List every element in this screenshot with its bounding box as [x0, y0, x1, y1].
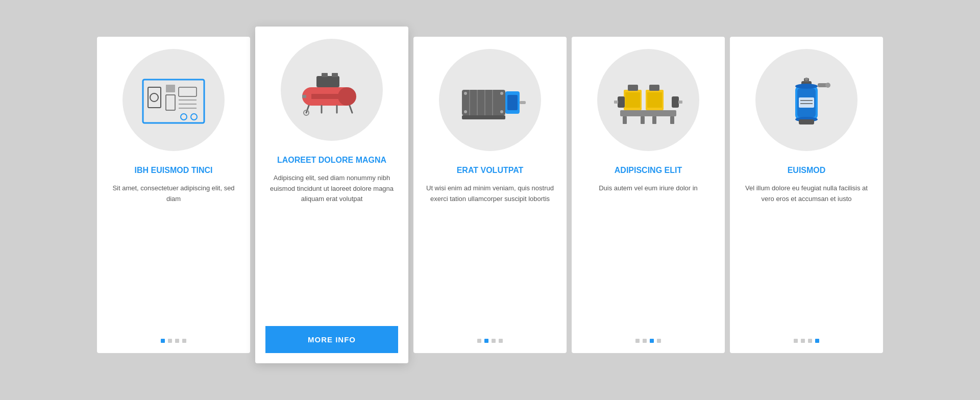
card-1-icon-circle	[122, 49, 225, 151]
svg-point-60	[795, 84, 818, 89]
card-3-title: ERAT VOLUTPAT	[457, 165, 524, 176]
svg-rect-32	[462, 115, 505, 119]
cards-container: IBH EUISMOD TINCI Sit amet, consectetuer…	[97, 37, 883, 363]
dot	[650, 339, 654, 343]
card-4-title: ADIPISCING ELIT	[615, 165, 682, 176]
svg-rect-24	[462, 90, 505, 115]
svg-point-35	[464, 110, 467, 113]
dot	[182, 339, 186, 343]
air-compressor-icon	[296, 62, 368, 118]
card-3-dots	[477, 339, 503, 343]
card-5: EUISMOD Vel illum dolore eu feugiat null…	[730, 37, 883, 353]
svg-rect-46	[614, 101, 618, 104]
card-2-title: LAOREET DOLORE MAGNA	[277, 155, 386, 166]
card-2-icon-circle	[281, 39, 383, 141]
svg-rect-3	[166, 85, 175, 92]
svg-rect-23	[302, 95, 306, 98]
more-info-button[interactable]: MORE INFO	[265, 326, 398, 353]
dot	[815, 339, 819, 343]
card-2-desc: Adipiscing elit, sed diam nonummy nibh e…	[265, 173, 398, 314]
card-4: ADIPISCING ELIT Duis autem vel eum iriur…	[572, 37, 725, 353]
card-3: ERAT VOLUTPAT Ut wisi enim ad minim veni…	[413, 37, 567, 353]
card-5-desc: Vel illum dolore eu feugiat nulla facili…	[740, 183, 873, 327]
card-4-dots	[635, 339, 661, 343]
svg-rect-43	[649, 85, 659, 91]
gas-cylinder-icon	[771, 72, 842, 128]
dot	[801, 339, 805, 343]
svg-rect-45	[672, 96, 679, 108]
svg-rect-62	[799, 119, 814, 124]
svg-rect-49	[641, 116, 645, 124]
svg-rect-16	[332, 73, 338, 77]
svg-rect-4	[166, 95, 175, 110]
svg-point-64	[825, 83, 830, 88]
svg-line-20	[350, 106, 352, 113]
svg-rect-22	[311, 94, 347, 99]
dot	[175, 339, 179, 343]
card-5-icon-circle	[755, 49, 857, 151]
card-3-desc: Ut wisi enim ad minim veniam, quis nostr…	[424, 183, 556, 327]
card-1: IBH EUISMOD TINCI Sit amet, consectetuer…	[97, 37, 250, 353]
svg-point-9	[181, 114, 187, 120]
card-4-desc: Duis autem vel eum iriure dolor in	[599, 183, 698, 327]
card-5-title: EUISMOD	[788, 165, 826, 176]
svg-point-10	[191, 114, 197, 120]
dot	[499, 339, 503, 343]
dot	[168, 339, 172, 343]
svg-point-36	[500, 110, 503, 113]
svg-rect-48	[623, 116, 627, 124]
electric-motor-icon	[454, 72, 526, 128]
industrial-unit-icon	[612, 72, 684, 128]
dot	[808, 339, 812, 343]
card-1-desc: Sit amet, consectetuer adipiscing elit, …	[107, 183, 240, 327]
dot	[161, 339, 165, 343]
card-1-title: IBH EUISMOD TINCI	[135, 165, 213, 176]
svg-rect-5	[179, 87, 197, 96]
svg-rect-39	[625, 92, 640, 108]
svg-point-34	[500, 92, 503, 95]
svg-rect-30	[507, 95, 518, 110]
card-3-icon-circle	[439, 49, 541, 151]
svg-rect-47	[678, 101, 682, 104]
dot	[477, 339, 481, 343]
svg-rect-31	[520, 101, 526, 104]
dot	[484, 339, 488, 343]
svg-point-2	[150, 93, 158, 102]
card-5-dots	[794, 339, 819, 343]
svg-point-59	[805, 78, 808, 81]
svg-rect-42	[628, 85, 638, 91]
card-2: LAOREET DOLORE MAGNA Adipiscing elit, se…	[255, 27, 408, 363]
svg-rect-54	[799, 97, 814, 108]
svg-rect-14	[316, 76, 339, 87]
svg-point-33	[464, 92, 467, 95]
card-4-icon-circle	[597, 49, 699, 151]
svg-rect-37	[620, 110, 676, 116]
svg-rect-15	[322, 73, 328, 77]
dot	[635, 339, 640, 343]
dot	[643, 339, 647, 343]
dot	[492, 339, 496, 343]
dot	[657, 339, 661, 343]
dot	[794, 339, 798, 343]
card-1-dots	[161, 339, 186, 343]
svg-rect-41	[647, 92, 662, 108]
svg-rect-44	[618, 96, 625, 108]
svg-rect-50	[652, 116, 656, 124]
generator-box-icon	[138, 72, 209, 128]
svg-rect-51	[670, 116, 674, 124]
